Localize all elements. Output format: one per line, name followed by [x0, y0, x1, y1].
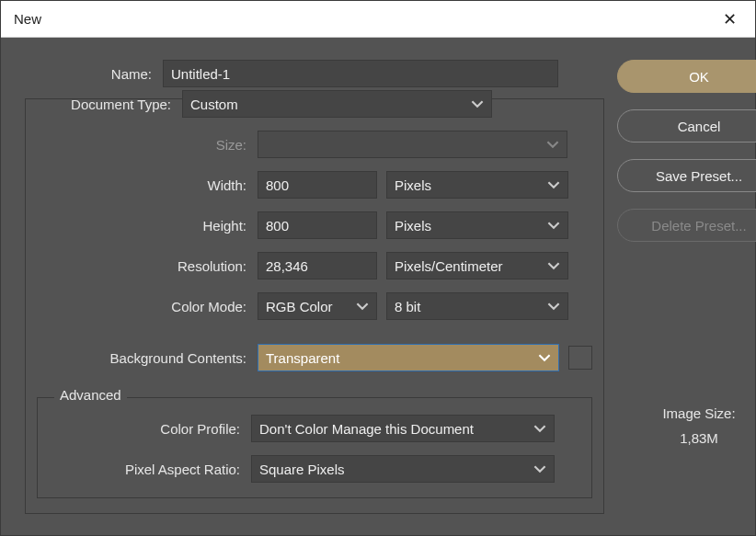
width-label: Width:: [37, 177, 248, 193]
chevron-down-icon: [533, 422, 546, 435]
ok-button[interactable]: OK: [617, 60, 756, 93]
chevron-down-icon: [471, 97, 484, 110]
width-row: Width: 800 Pixels: [37, 171, 592, 199]
image-size-label: Image Size:: [662, 405, 735, 421]
height-unit-select[interactable]: Pixels: [386, 211, 568, 239]
size-label: Size:: [37, 137, 248, 153]
size-select: [258, 131, 567, 158]
close-icon[interactable]: ✕: [714, 6, 746, 33]
name-label: Name:: [17, 66, 154, 82]
document-type-row: Document Type: Custom: [37, 90, 592, 118]
chevron-down-icon: [546, 138, 559, 151]
chevron-down-icon: [547, 178, 560, 191]
pixel-aspect-label: Pixel Aspect Ratio:: [49, 462, 242, 477]
document-type-select[interactable]: Custom: [182, 90, 492, 118]
image-size-value: 1,83M: [662, 430, 735, 446]
background-label: Background Contents:: [37, 350, 248, 366]
color-mode-row: Color Mode: RGB Color 8 bit: [37, 292, 592, 320]
color-profile-row: Color Profile: Don't Color Manage this D…: [49, 415, 580, 442]
button-panel: OK Cancel Save Preset... Delete Preset..…: [617, 60, 756, 519]
width-unit-select[interactable]: Pixels: [386, 171, 568, 199]
chevron-down-icon: [547, 219, 560, 232]
color-mode-select[interactable]: RGB Color: [258, 292, 377, 320]
image-size-info: Image Size: 1,83M: [662, 405, 735, 446]
chevron-down-icon: [547, 259, 560, 272]
main-fieldset: Document Type: Custom Size:: [25, 98, 604, 514]
color-profile-label: Color Profile:: [49, 421, 242, 437]
delete-preset-button: Delete Preset...: [617, 209, 756, 242]
width-input[interactable]: 800: [258, 171, 377, 199]
advanced-legend: Advanced: [54, 387, 127, 403]
resolution-row: Resolution: 28,346 Pixels/Centimeter: [37, 252, 592, 279]
chevron-down-icon: [547, 300, 560, 313]
chevron-down-icon: [538, 351, 551, 364]
background-row: Background Contents: Transparent: [37, 344, 592, 371]
save-preset-button[interactable]: Save Preset...: [617, 159, 756, 192]
resolution-label: Resolution:: [37, 258, 248, 274]
new-document-dialog: New ✕ Name: Untitled-1 Document Type: Cu…: [0, 0, 756, 536]
pixel-aspect-select[interactable]: Square Pixels: [251, 455, 555, 483]
cancel-button[interactable]: Cancel: [617, 109, 756, 143]
window-title: New: [14, 11, 41, 27]
form-panel: Name: Untitled-1 Document Type: Custom S…: [17, 60, 604, 519]
chevron-down-icon: [533, 462, 546, 475]
resolution-unit-select[interactable]: Pixels/Centimeter: [386, 252, 568, 279]
color-profile-select[interactable]: Don't Color Manage this Document: [251, 415, 555, 442]
document-type-label: Document Type:: [37, 97, 173, 112]
background-color-swatch[interactable]: [568, 346, 592, 370]
name-input[interactable]: Untitled-1: [163, 60, 558, 87]
dialog-content: Name: Untitled-1 Document Type: Custom S…: [1, 38, 755, 535]
pixel-aspect-row: Pixel Aspect Ratio: Square Pixels: [49, 455, 580, 483]
chevron-down-icon: [356, 300, 369, 313]
name-row: Name: Untitled-1: [17, 60, 604, 87]
height-row: Height: 800 Pixels: [37, 211, 592, 239]
background-contents-select[interactable]: Transparent: [258, 344, 559, 371]
height-input[interactable]: 800: [258, 211, 377, 239]
titlebar: New ✕: [1, 1, 755, 38]
height-label: Height:: [37, 218, 248, 234]
resolution-input[interactable]: 28,346: [258, 252, 377, 279]
bit-depth-select[interactable]: 8 bit: [386, 292, 568, 320]
advanced-fieldset: Advanced Color Profile: Don't Color Mana…: [37, 397, 592, 498]
color-mode-label: Color Mode:: [37, 299, 248, 314]
size-row: Size:: [37, 131, 592, 158]
